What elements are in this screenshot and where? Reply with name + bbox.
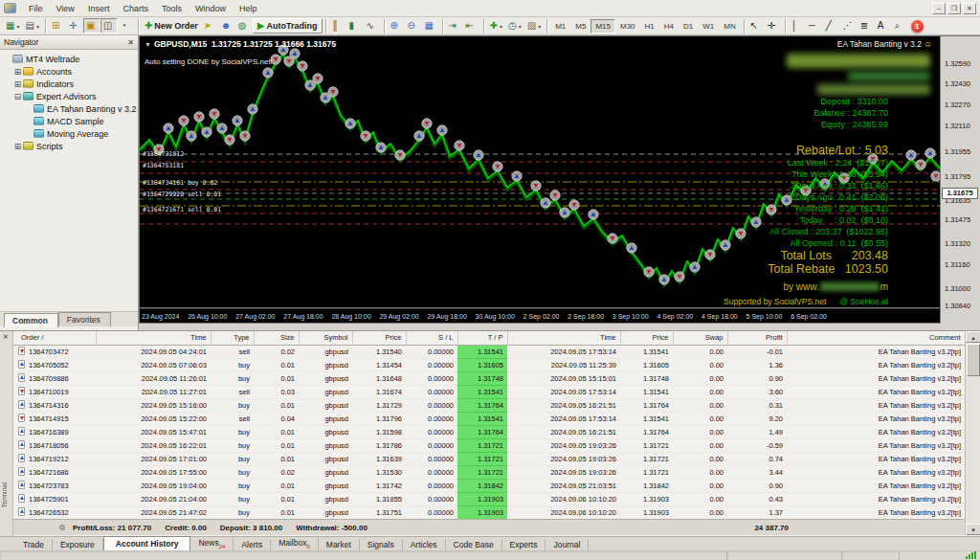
menu-item-window[interactable]: Window bbox=[189, 3, 233, 14]
zoom-in-button[interactable]: ⊕ bbox=[388, 18, 405, 34]
table-row[interactable]: 13647265322024.09.05 21:47:02buy0.01gbpu… bbox=[13, 505, 965, 519]
sidebar-item-accounts[interactable]: ⊞Accounts bbox=[0, 65, 138, 78]
table-row[interactable]: 13647180562024.09.05 16:22:01buy0.01gbpu… bbox=[13, 438, 965, 452]
market-watch-button[interactable]: ⊞ bbox=[49, 18, 66, 34]
scroll-down-icon[interactable]: ▼ bbox=[966, 524, 980, 535]
terminal-button[interactable]: ◫ bbox=[100, 18, 118, 34]
bar-chart-button[interactable]: ║ bbox=[329, 18, 346, 34]
tree-expand-icon[interactable]: ⊟ bbox=[13, 92, 22, 101]
tree-expand-icon[interactable]: ⊞ bbox=[13, 142, 22, 151]
table-row[interactable]: 13647163892024.09.05 15:47:01buy0.01gbpu… bbox=[13, 425, 965, 438]
chart-dropdown-icon[interactable]: ▼ bbox=[145, 41, 151, 48]
minimize-button[interactable]: – bbox=[932, 3, 946, 14]
channels-button[interactable]: ≣ bbox=[858, 18, 875, 34]
menu-item-tools[interactable]: Tools bbox=[155, 3, 189, 14]
timeframe-h1[interactable]: H1 bbox=[640, 19, 659, 34]
fibonacci-button[interactable]: ⋰ bbox=[840, 18, 858, 34]
table-row[interactable]: 13647216862024.09.05 17:55:00buy0.02gbpu… bbox=[13, 465, 965, 479]
tab-articles[interactable]: Articles bbox=[403, 539, 446, 550]
expert-properties-button[interactable]: ➤ bbox=[201, 18, 218, 34]
trendline-button[interactable]: ╱ bbox=[823, 18, 840, 34]
tab-market[interactable]: Market bbox=[319, 539, 360, 550]
tab-account-history[interactable]: Account History bbox=[103, 536, 191, 550]
sidebar-item-moving-average[interactable]: Moving Average bbox=[0, 127, 138, 140]
tree-expand-icon[interactable]: ⊞ bbox=[13, 79, 22, 89]
table-row[interactable]: 13647034722024.09.05 04:24:01sell0.02gbp… bbox=[13, 345, 965, 358]
column-header-price[interactable]: Price bbox=[620, 331, 673, 345]
periods-button[interactable]: ◷▾ bbox=[505, 18, 524, 34]
navigator-tab-common[interactable]: Common bbox=[4, 313, 58, 327]
tile-windows-button[interactable]: ▦ bbox=[422, 18, 439, 34]
table-row[interactable]: 13647237832024.09.05 19:04:00buy0.01gbpu… bbox=[13, 479, 965, 492]
column-header-swap[interactable]: Swap bbox=[673, 331, 727, 345]
timeframe-m30[interactable]: M30 bbox=[615, 19, 640, 34]
table-row[interactable]: 13647100192024.09.05 11:27:01sell0.03gbp… bbox=[13, 385, 965, 398]
candlestick-button[interactable]: ▮ bbox=[346, 18, 364, 34]
column-header-s-l[interactable]: S / L bbox=[406, 331, 457, 345]
column-header-t-p[interactable]: T / P bbox=[457, 331, 507, 345]
timeframe-h4[interactable]: H4 bbox=[659, 19, 679, 34]
menu-item-charts[interactable]: Charts bbox=[116, 3, 155, 14]
timeframe-mn[interactable]: MN bbox=[719, 19, 740, 34]
table-row[interactable]: 13647192122024.09.05 17:01:00buy0.01gbpu… bbox=[13, 452, 965, 465]
tab-mailbox[interactable]: Mailbox6 bbox=[271, 537, 319, 550]
cursor-button[interactable]: ↖ bbox=[747, 18, 765, 34]
tab-code-base[interactable]: Code Base bbox=[446, 539, 502, 550]
text-button[interactable]: A bbox=[875, 18, 892, 34]
auto-scroll-button[interactable]: ⇥ bbox=[446, 18, 463, 34]
notification-badge[interactable]: 1 bbox=[911, 20, 924, 33]
accounts-button[interactable]: ☻ bbox=[218, 18, 235, 34]
sidebar-item-mt4-weltrade[interactable]: MT4 Weltrade bbox=[0, 53, 138, 65]
column-header-size[interactable]: Size bbox=[254, 331, 299, 345]
horizontal-line-button[interactable]: ─ bbox=[806, 18, 823, 34]
close-button[interactable]: ✕ bbox=[963, 3, 976, 14]
column-header-time[interactable]: Time bbox=[507, 331, 620, 345]
column-header-time[interactable]: Time bbox=[96, 331, 211, 345]
templates-button[interactable]: ▨▾ bbox=[524, 18, 544, 34]
tab-signals[interactable]: Signals bbox=[360, 539, 403, 550]
crosshair-button[interactable]: ✛ bbox=[765, 18, 782, 34]
new-chart-button[interactable]: ▦▾ bbox=[3, 18, 22, 34]
restore-button[interactable]: ❐ bbox=[947, 3, 961, 14]
menu-item-insert[interactable]: Insert bbox=[81, 3, 117, 14]
column-header-profit[interactable]: Profit bbox=[727, 331, 787, 345]
column-header-price[interactable]: Price bbox=[352, 331, 406, 345]
navigator-close-icon[interactable]: ✕ bbox=[127, 38, 134, 47]
menu-item-file[interactable]: File bbox=[22, 3, 50, 14]
vertical-line-button[interactable]: │ bbox=[789, 18, 806, 34]
column-header-order[interactable]: Order / bbox=[13, 331, 96, 345]
sidebar-item-scripts[interactable]: ⊞Scripts bbox=[0, 140, 138, 152]
column-header-type[interactable]: Type bbox=[211, 331, 254, 345]
data-window-button[interactable]: ✛ bbox=[66, 18, 83, 34]
scroll-up-icon[interactable]: ▲ bbox=[966, 331, 980, 343]
timeframe-m15[interactable]: M15 bbox=[590, 19, 615, 34]
tab-news[interactable]: News24 bbox=[190, 537, 234, 550]
profiles-button[interactable]: ▤▾ bbox=[22, 18, 41, 34]
sidebar-item-macd-sample[interactable]: MACD Sample bbox=[0, 115, 138, 127]
table-row[interactable]: 13647259012024.09.05 21:04:00buy0.01gbpu… bbox=[13, 492, 965, 505]
chart-plot[interactable]: ▼GBPUSD,M15 1.31725 1.31725 1.31666 1.31… bbox=[139, 35, 941, 308]
webtrader-button[interactable]: ◍ bbox=[235, 18, 253, 34]
autotrading-button[interactable]: ▶AutoTrading bbox=[253, 18, 323, 34]
sidebar-item-ea-tahan-banting-v-3-2[interactable]: EA Tahan Banting v 3.2 bbox=[0, 102, 138, 115]
timeframe-m5[interactable]: M5 bbox=[570, 19, 590, 34]
tab-experts[interactable]: Experts bbox=[502, 539, 546, 550]
timeframe-m1[interactable]: M1 bbox=[550, 19, 570, 34]
column-header-comment[interactable]: Comment bbox=[787, 331, 965, 345]
column-header-symbol[interactable]: Symbol bbox=[299, 331, 352, 345]
sidebar-item-expert-advisors[interactable]: ⊟Expert Advisors bbox=[0, 90, 138, 102]
zoom-out-button[interactable]: ⊖ bbox=[405, 18, 422, 34]
tab-alerts[interactable]: Alerts bbox=[234, 539, 271, 550]
indicators-button[interactable]: ✚▾ bbox=[487, 18, 505, 34]
menu-item-help[interactable]: Help bbox=[233, 3, 264, 14]
tab-journal[interactable]: Journal bbox=[546, 539, 589, 550]
table-row[interactable]: 13647050522024.09.05 07:06:03buy0.01gbpu… bbox=[13, 358, 965, 371]
menu-item-view[interactable]: View bbox=[50, 3, 81, 14]
chart-shift-button[interactable]: ⇤ bbox=[463, 18, 480, 34]
table-row[interactable]: 13647098862024.09.05 11:26:01buy0.01gbpu… bbox=[13, 371, 965, 385]
table-row[interactable]: 13647149152024.09.05 15:22:00sell0.04gbp… bbox=[13, 412, 965, 425]
scrollbar-thumb[interactable] bbox=[967, 344, 980, 376]
strategy-tester-button[interactable]: ◔ bbox=[118, 18, 135, 34]
navigator-tab-favorites[interactable]: Favorites bbox=[58, 312, 111, 326]
table-scrollbar[interactable]: ▲ ▼ bbox=[965, 331, 980, 535]
